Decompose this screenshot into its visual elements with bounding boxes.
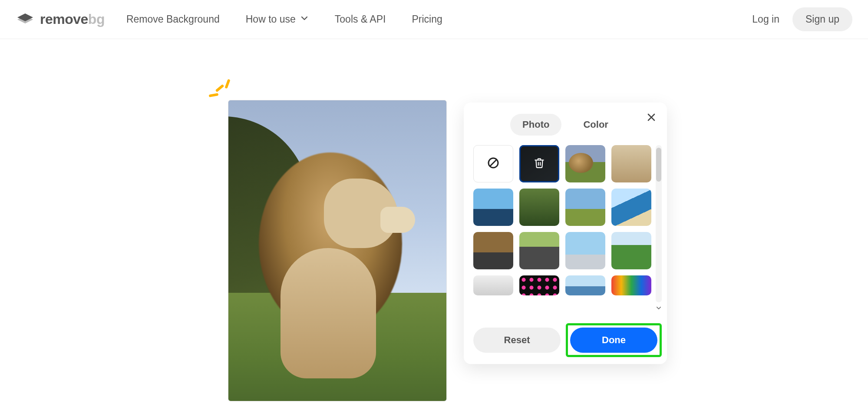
thumbnail-scrollbar[interactable]: [656, 145, 662, 313]
background-thumb[interactable]: [565, 189, 605, 226]
nav-how-to-use[interactable]: How to use: [246, 13, 309, 25]
nav-label: How to use: [246, 13, 296, 25]
login-link[interactable]: Log in: [752, 13, 779, 25]
reset-button[interactable]: Reset: [473, 328, 561, 353]
preview-canvas: [228, 100, 446, 401]
scrollbar-track[interactable]: [656, 145, 662, 302]
logo-text-a: remove: [40, 11, 88, 27]
chevron-down-icon[interactable]: [656, 305, 662, 313]
background-thumb[interactable]: [611, 232, 651, 269]
background-thumb[interactable]: [611, 275, 651, 295]
done-button[interactable]: Done: [570, 328, 657, 353]
background-thumb[interactable]: [519, 232, 559, 269]
close-button[interactable]: [646, 112, 657, 124]
trash-icon: [534, 157, 545, 170]
scrollbar-thumb[interactable]: [656, 148, 661, 182]
panel-tabs: Photo Color: [473, 114, 657, 136]
background-thumb[interactable]: [565, 232, 605, 269]
nav-label: Pricing: [412, 13, 442, 25]
background-thumb-current[interactable]: [519, 145, 559, 182]
background-thumb[interactable]: [519, 275, 559, 295]
logo-text-b: bg: [88, 11, 105, 27]
thumbnail-grid: [473, 145, 651, 313]
chevron-down-icon: [300, 13, 309, 25]
background-thumb[interactable]: [611, 189, 651, 226]
background-thumb[interactable]: [473, 275, 513, 295]
nav-pricing[interactable]: Pricing: [412, 13, 442, 25]
logo-text: removebg: [40, 11, 105, 27]
accent-sparkle-icon: [209, 81, 231, 103]
background-thumb[interactable]: [473, 189, 513, 226]
auth: Log in Sign up: [752, 7, 852, 31]
preview-toolbar: [238, 411, 444, 414]
nav-label: Tools & API: [335, 13, 386, 25]
nav: Remove Background How to use Tools & API…: [126, 13, 442, 25]
background-thumb[interactable]: [519, 189, 559, 226]
nav-remove-background[interactable]: Remove Background: [126, 13, 220, 25]
background-thumb[interactable]: [565, 145, 605, 182]
background-thumb[interactable]: [611, 145, 651, 182]
tab-photo[interactable]: Photo: [510, 114, 561, 136]
tab-color[interactable]: Color: [571, 114, 620, 136]
nav-label: Remove Background: [126, 13, 220, 25]
header: removebg Remove Background How to use To…: [0, 0, 868, 39]
logo-mark-icon: [16, 13, 35, 26]
panel-actions: Reset Done: [473, 328, 657, 353]
signup-button[interactable]: Sign up: [792, 7, 852, 31]
thumbnail-area: [473, 145, 657, 313]
image-preview[interactable]: [228, 100, 447, 401]
stage: Photo Color: [0, 39, 868, 414]
background-panel: Photo Color: [464, 103, 667, 364]
background-thumb[interactable]: [565, 275, 605, 295]
background-thumb-none[interactable]: [473, 145, 513, 182]
background-thumb[interactable]: [473, 232, 513, 269]
nav-tools-api[interactable]: Tools & API: [335, 13, 386, 25]
svg-line-3: [490, 159, 497, 166]
logo[interactable]: removebg: [16, 11, 105, 27]
no-background-icon: [487, 156, 500, 171]
